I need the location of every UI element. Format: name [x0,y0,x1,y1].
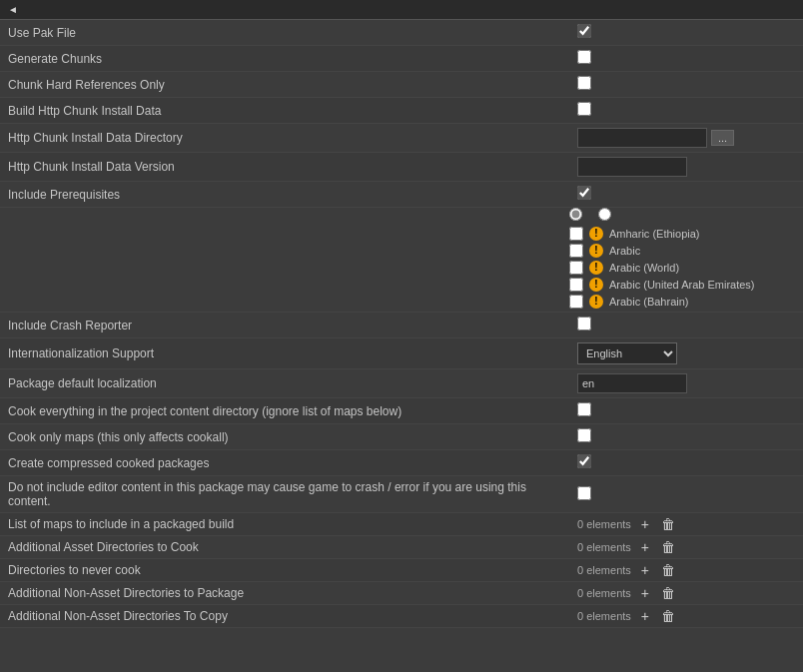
setting2-row-8: Additional Asset Directories to Cook0 el… [0,536,803,559]
setting2-label: Additional Asset Directories to Cook [0,536,569,559]
lang-checkbox-1[interactable] [569,244,583,258]
setting-label: Use Pak File [0,20,569,46]
setting2-label: Directories to never cook [0,559,569,582]
warning-icon-2: ! [589,261,603,275]
checkbox-0[interactable] [577,24,591,38]
delete-element-button-9[interactable]: 🗑 [659,563,677,577]
lang-label-1: Arabic [609,245,640,257]
setting2-label: Do not include editor content in this pa… [0,476,569,513]
add-element-button-8[interactable]: + [639,540,651,554]
checkbox2-5[interactable] [577,454,591,468]
setting2-control [569,450,803,476]
lang-label-4: Arabic (Bahrain) [609,296,688,308]
delete-element-button-7[interactable]: 🗑 [659,517,677,531]
setting2-row-7: List of maps to include in a packaged bu… [0,513,803,536]
setting2-label: Cook only maps (this only affects cookal… [0,424,569,450]
setting-control [569,20,803,46]
warning-icon-4: ! [589,295,603,309]
language-item-1: !Arabic [569,244,803,258]
setting-row-4: Http Chunk Install Data Directory... [0,124,803,153]
checkbox-1[interactable] [577,50,591,64]
lang-checkbox-0[interactable] [569,227,583,241]
browse-button[interactable]: ... [711,130,734,146]
show-all-option[interactable] [569,208,586,221]
setting-control: ... [569,124,803,153]
elements-row-11: 0 elements+🗑 [577,609,795,623]
checkbox2-0[interactable] [577,317,591,331]
setting2-row-6: Do not include editor content in this pa… [0,476,803,513]
lang-checkbox-3[interactable] [569,278,583,292]
setting-label: Generate Chunks [0,46,569,72]
lang-label-2: Arabic (World) [609,262,679,274]
setting-control [569,72,803,98]
setting-label: Build Http Chunk Install Data [0,98,569,124]
elements-count-11: 0 elements [577,610,631,622]
directory-input-row: ... [577,128,795,148]
checkbox-6[interactable] [577,186,591,200]
elements-row-8: 0 elements+🗑 [577,540,795,554]
text-input2-2[interactable] [577,373,687,393]
setting2-row-9: Directories to never cook0 elements+🗑 [0,559,803,582]
localizations-label [0,208,569,313]
setting2-row-10: Additional Non-Asset Directories to Pack… [0,582,803,605]
delete-element-button-8[interactable]: 🗑 [659,540,677,554]
checkbox2-3[interactable] [577,402,591,416]
setting2-control: 0 elements+🗑 [569,513,803,536]
section-header[interactable]: ◄ [0,0,803,20]
language-item-2: !Arabic (World) [569,261,803,275]
localizations-row: !Amharic (Ethiopia)!Arabic!Arabic (World… [0,208,803,313]
localizations-section: !Amharic (Ethiopia)!Arabic!Arabic (World… [0,208,803,313]
localizations-controls: !Amharic (Ethiopia)!Arabic!Arabic (World… [569,208,803,313]
language-list: !Amharic (Ethiopia)!Arabic!Arabic (World… [569,227,803,309]
elements-count-8: 0 elements [577,541,631,553]
checkbox2-4[interactable] [577,428,591,442]
setting2-label: List of maps to include in a packaged bu… [0,513,569,536]
add-element-button-7[interactable]: + [639,517,651,531]
directory-input[interactable] [577,128,707,148]
elements-row-9: 0 elements+🗑 [577,563,795,577]
elements-row-10: 0 elements+🗑 [577,586,795,600]
warning-icon-0: ! [589,227,603,241]
checkbox-3[interactable] [577,102,591,116]
language-item-3: !Arabic (United Arab Emirates) [569,278,803,292]
checkbox2-6[interactable] [577,486,591,500]
text-input-5[interactable] [577,157,687,177]
setting2-control: 0 elements+🗑 [569,582,803,605]
setting-control [569,153,803,182]
dropdown-1[interactable]: EnglishNoneICUENCICULLD [577,342,677,364]
setting2-label: Package default localization [0,369,569,398]
settings-table: Use Pak FileGenerate ChunksChunk Hard Re… [0,20,803,208]
delete-element-button-11[interactable]: 🗑 [659,609,677,623]
setting-row-1: Generate Chunks [0,46,803,72]
setting-label: Include Prerequisites [0,182,569,208]
setting2-control [569,476,803,513]
setting2-label: Include Crash Reporter [0,313,569,338]
lang-checkbox-4[interactable] [569,295,583,309]
setting-row-2: Chunk Hard References Only [0,72,803,98]
show-localized-radio[interactable] [598,208,611,221]
show-localized-option[interactable] [598,208,615,221]
elements-count-9: 0 elements [577,564,631,576]
warning-icon-1: ! [589,244,603,258]
setting-control [569,98,803,124]
lang-checkbox-2[interactable] [569,261,583,275]
language-item-4: !Arabic (Bahrain) [569,295,803,309]
setting2-control [569,313,803,338]
checkbox-2[interactable] [577,76,591,90]
settings-table-2: Include Crash ReporterInternationalizati… [0,313,803,628]
setting2-label: Cook everything in the project content d… [0,398,569,424]
delete-element-button-10[interactable]: 🗑 [659,586,677,600]
setting2-label: Additional Non-Asset Directories to Pack… [0,582,569,605]
add-element-button-11[interactable]: + [639,609,651,623]
setting-control [569,182,803,208]
setting-row-6: Include Prerequisites [0,182,803,208]
elements-row-7: 0 elements+🗑 [577,517,795,531]
setting2-control: 0 elements+🗑 [569,559,803,582]
lang-label-0: Amharic (Ethiopia) [609,228,699,240]
setting-label: Chunk Hard References Only [0,72,569,98]
setting2-row-11: Additional Non-Asset Directories To Copy… [0,605,803,628]
add-element-button-9[interactable]: + [639,563,651,577]
setting2-row-1: Internationalization SupportEnglishNoneI… [0,338,803,369]
add-element-button-10[interactable]: + [639,586,651,600]
show-all-radio[interactable] [569,208,582,221]
